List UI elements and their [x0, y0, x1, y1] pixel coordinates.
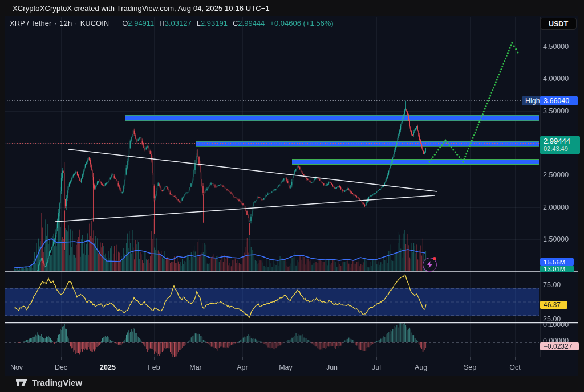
symbol-title[interactable]: XRP / Tether: [10, 19, 51, 27]
time-tick-label: Feb: [148, 364, 160, 371]
last-price-badge: 2.99444 02:43:49: [540, 136, 580, 154]
last-price-value: 2.99444: [544, 137, 577, 145]
rsi-tick-label: 75.00: [543, 281, 561, 289]
close-value: 2.99444: [238, 19, 265, 27]
time-tick-label: Nov: [10, 364, 23, 371]
lightning-glyph: [427, 261, 433, 268]
open-value: 2.94911: [128, 19, 154, 27]
currency-button[interactable]: USDT: [540, 18, 577, 30]
bar-countdown: 02:43:49: [544, 145, 577, 152]
attribution-bar: XCryptoXCryptoX created with TradingView…: [13, 4, 270, 13]
high-value: 3.03127: [165, 19, 192, 27]
time-tick-label: Mar: [189, 364, 202, 371]
low-value: 2.93191: [201, 19, 228, 27]
time-tick-label: Apr: [237, 364, 248, 371]
tradingview-snapshot: { "attribution": { "text": "XCryptoXCryp…: [0, 0, 584, 392]
rsi-value-badge: 46.37: [540, 301, 567, 309]
open-letter: O: [122, 19, 128, 27]
high-marker-value-badge: 3.66040: [540, 96, 578, 105]
legend-separator: ·: [75, 19, 77, 27]
time-tick-label: 2025: [100, 364, 116, 371]
tradingview-glyph: [16, 377, 28, 388]
time-tick-label: Jun: [326, 364, 338, 371]
time-tick-label: Aug: [415, 364, 427, 371]
tradingview-logo[interactable]: TradingView: [16, 377, 82, 388]
time-tick-label: Sep: [464, 364, 476, 371]
low-letter: L: [197, 19, 201, 27]
volume-ma-value-badge: 13.01M: [540, 266, 574, 272]
macd-value-badge: −0.02327: [540, 342, 579, 350]
price-tick-label: 3.50000: [543, 107, 569, 115]
price-tick-label: 4.50000: [543, 43, 569, 51]
time-tick-label: Dec: [55, 364, 67, 371]
volume-value-badge: 15.56M: [540, 258, 574, 266]
legend-separator: ·: [54, 19, 56, 27]
price-tick-label: 2.50000: [543, 171, 569, 179]
interval-label[interactable]: 12h: [60, 19, 72, 27]
high-letter: H: [159, 19, 164, 27]
macd-tick-label: 0.10000: [543, 321, 569, 329]
chart-canvas[interactable]: [0, 0, 584, 392]
exchange-label[interactable]: KUCOIN: [80, 19, 110, 27]
price-tick-label: 4.00000: [543, 75, 569, 83]
close-letter: C: [233, 19, 238, 27]
notification-dot: [433, 257, 436, 260]
symbol-legend[interactable]: XRP / Tether·12h·KUCOINO2.94911H3.03127L…: [10, 19, 334, 27]
price-tick-label: 1.50000: [543, 235, 569, 243]
time-tick-label: May: [279, 364, 293, 371]
change-value: +0.04606 (+1.56%): [270, 19, 333, 27]
price-tick-label: 2.00000: [543, 203, 569, 211]
brand-name: TradingView: [32, 378, 82, 387]
time-tick-label: Oct: [509, 364, 520, 371]
time-tick-label: Jul: [372, 364, 381, 371]
